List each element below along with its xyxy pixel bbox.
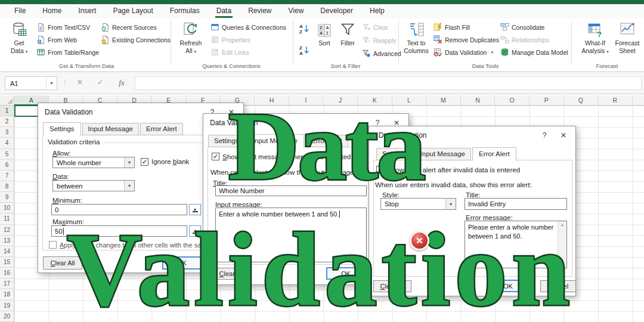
row-header-17[interactable]: 17 <box>0 278 14 289</box>
column-header-N[interactable]: N <box>461 95 496 106</box>
column-header-M[interactable]: M <box>426 95 461 106</box>
column-header-L[interactable]: L <box>392 95 427 106</box>
row-header-6[interactable]: 6 <box>0 160 14 171</box>
allow-combobox[interactable]: Whole number ▼ <box>52 157 135 168</box>
textarea-scrollbar[interactable]: ▲▼ <box>558 221 566 268</box>
chevron-down-icon[interactable]: ▼ <box>124 157 134 168</box>
apply-changes-checkbox[interactable] <box>49 241 57 249</box>
ribbon-tab-formulas[interactable]: Formulas <box>162 5 208 18</box>
input-message-textarea[interactable]: Enter a whole number between 1 and 50. <box>215 208 367 262</box>
column-header-I[interactable]: I <box>289 95 324 106</box>
sort-button[interactable]: ZAAZ Sort <box>312 20 336 61</box>
ribbon-item-queries-connections[interactable]: Queries & Connections <box>210 21 286 33</box>
maximum-input[interactable]: 50 <box>51 225 187 237</box>
column-header-J[interactable]: J <box>323 95 358 106</box>
dialog-tab-input-message[interactable]: Input Message <box>414 148 471 160</box>
get-data-button[interactable]: Get Data <box>5 20 33 61</box>
collapse-dialog-button[interactable]: ▲ <box>189 204 201 215</box>
ribbon-item-from-web[interactable]: From Web <box>36 34 77 45</box>
column-header-R[interactable]: R <box>598 95 633 106</box>
title-input[interactable]: Invalid Entry <box>465 198 567 210</box>
show-error-alert-checkbox[interactable]: ✓ <box>376 166 384 174</box>
ribbon-item-from-table-range[interactable]: From Table/Range <box>36 47 99 58</box>
dialog-tab-settings[interactable]: Settings <box>376 148 413 160</box>
column-header-K[interactable]: K <box>358 95 392 106</box>
row-header-1[interactable]: 1 <box>0 106 14 116</box>
ignore-blank-checkbox[interactable]: ✓ <box>141 158 148 166</box>
ok-button[interactable]: OK <box>488 280 528 292</box>
ribbon-tab-home[interactable]: Home <box>34 5 70 18</box>
close-icon[interactable]: ✕ <box>554 129 573 142</box>
column-header-O[interactable]: O <box>495 95 530 106</box>
cancel-formula-icon[interactable]: ✕ <box>73 78 87 89</box>
row-header-2[interactable]: 2 <box>0 116 14 127</box>
column-header-Q[interactable]: Q <box>564 95 599 106</box>
formula-bar-splitter[interactable]: ⋮ <box>61 79 68 86</box>
dialog-tab-settings[interactable]: Settings <box>208 135 245 147</box>
column-header-H[interactable]: H <box>255 95 289 106</box>
cancel-button[interactable]: Cancel <box>540 280 576 292</box>
ribbon-tab-developer[interactable]: Developer <box>312 5 361 18</box>
row-header-20[interactable]: 20 <box>0 311 14 322</box>
ribbon-tab-page-layout[interactable]: Page Layout <box>104 5 161 18</box>
ribbon-item-consolidate[interactable]: Consolidate <box>500 21 544 33</box>
ribbon-item-advanced-filter[interactable]: Advanced <box>361 48 401 59</box>
ribbon-item-manage-data-model[interactable]: Manage Data Model <box>500 47 568 58</box>
row-header-8[interactable]: 8 <box>0 181 14 192</box>
row-header-14[interactable]: 14 <box>0 246 14 257</box>
forecast-sheet-button[interactable]: Forecast Sheet <box>613 20 642 61</box>
formula-input[interactable] <box>135 76 642 90</box>
ribbon-item-recent-sources[interactable]: Recent Sources <box>100 21 157 33</box>
row-header-3[interactable]: 3 <box>0 127 14 138</box>
insert-function-icon[interactable]: fx <box>114 78 129 89</box>
sort-descending-button[interactable]: ZA <box>298 44 311 57</box>
ok-button[interactable]: OK <box>326 267 366 280</box>
row-header-7[interactable]: 7 <box>0 171 14 181</box>
text-to-columns-button[interactable]: Text to Columns <box>402 20 431 61</box>
dialog-tab-settings[interactable]: Settings <box>43 122 81 136</box>
ribbon-item-flash-fill[interactable]: Flash Fill <box>433 21 470 33</box>
sort-ascending-button[interactable]: AZ <box>298 22 311 35</box>
ribbon-tab-insert[interactable]: Insert <box>70 5 104 18</box>
refresh-all-button[interactable]: Refresh All <box>177 20 205 61</box>
row-header-16[interactable]: 16 <box>0 268 14 278</box>
clear-all-button[interactable]: Clear All <box>373 280 411 292</box>
scroll-up-icon[interactable]: ▲ <box>561 222 564 227</box>
ribbon-item-remove-duplicates[interactable]: Remove Duplicates <box>433 34 499 45</box>
ribbon-tab-review[interactable]: Review <box>240 5 280 18</box>
clear-all-button[interactable]: Clear All <box>212 268 251 280</box>
row-header-9[interactable]: 9 <box>0 192 14 203</box>
row-header-19[interactable]: 19 <box>0 301 14 311</box>
chevron-down-icon[interactable]: ▼ <box>445 199 456 209</box>
clear-all-button[interactable]: Clear All <box>43 256 82 270</box>
chevron-down-icon[interactable]: ▼ <box>124 181 134 191</box>
dialog-tab-error-alert[interactable]: Error Alert <box>140 123 183 135</box>
data-combobox[interactable]: between ▼ <box>52 180 135 191</box>
dialog-tab-error-alert[interactable]: Error Alert <box>472 147 516 161</box>
dialog-tab-error-alert[interactable]: Error Alert <box>305 135 348 147</box>
name-box-dropdown-icon[interactable]: ▼ <box>46 77 57 89</box>
select-all-corner[interactable] <box>0 95 14 106</box>
row-header-4[interactable]: 4 <box>0 138 14 148</box>
ribbon-item-data-validation[interactable]: Data Validation <box>433 47 493 58</box>
ribbon-tab-file[interactable]: File <box>6 5 34 18</box>
filter-button[interactable]: Filter <box>335 20 360 61</box>
error-message-textarea[interactable]: Please enter a whole number between 1 an… <box>465 221 567 268</box>
scroll-down-icon[interactable]: ▼ <box>561 262 564 267</box>
row-header-12[interactable]: 12 <box>0 225 14 236</box>
what-if-analysis-button[interactable]: ? What-If Analysis <box>580 20 611 61</box>
collapse-dialog-button[interactable]: ▲ <box>189 225 201 237</box>
ribbon-tab-data[interactable]: Data <box>208 5 240 18</box>
style-combobox[interactable]: Stop ▼ <box>380 198 456 210</box>
row-header-5[interactable]: 5 <box>0 149 14 160</box>
ribbon-tab-view[interactable]: View <box>280 5 312 18</box>
ribbon-item-from-text-csv[interactable]: From Text/CSV <box>36 21 90 33</box>
dialog-tab-input-message[interactable]: Input Message <box>246 134 304 148</box>
row-header-10[interactable]: 10 <box>0 203 14 213</box>
column-header-P[interactable]: P <box>530 95 564 106</box>
row-header-18[interactable]: 18 <box>0 289 14 300</box>
dialog-tab-input-message[interactable]: Input Message <box>82 123 139 135</box>
row-header-11[interactable]: 11 <box>0 213 14 224</box>
title-input[interactable]: Whole Number <box>215 185 367 196</box>
row-header-15[interactable]: 15 <box>0 257 14 268</box>
